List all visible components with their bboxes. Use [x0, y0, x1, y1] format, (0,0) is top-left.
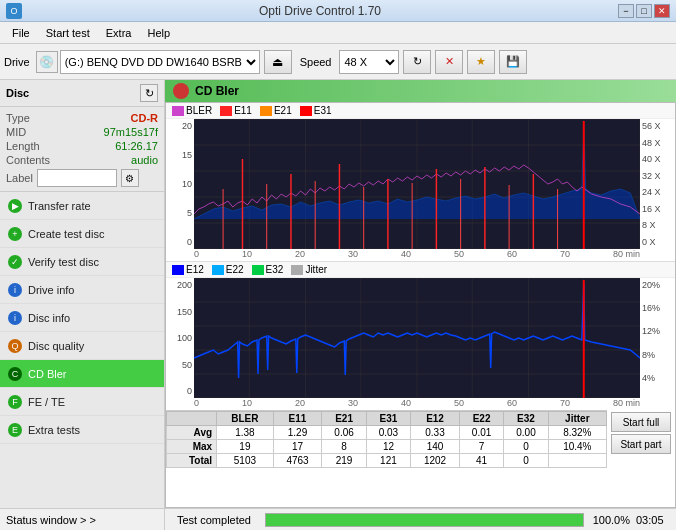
progress-bar-inner [266, 514, 583, 526]
y-right-8x: 8 X [642, 220, 673, 230]
fe-te-label: FE / TE [28, 396, 65, 408]
minimize-button[interactable]: − [618, 4, 634, 18]
total-e31: 121 [366, 454, 410, 468]
y-right-8p: 8% [642, 350, 673, 360]
content-area: CD Bler BLER E11 E21 E [165, 80, 676, 508]
bottom-chart-svg [194, 278, 640, 398]
sidebar-item-extra-tests[interactable]: E Extra tests [0, 416, 164, 444]
status-text: Test completed [169, 514, 259, 526]
toolbar: Drive 💿 (G:) BENQ DVD DD DW1640 BSRB ⏏ S… [0, 44, 676, 80]
table-buttons: Start full Start part [607, 410, 675, 468]
max-e12: 140 [411, 440, 460, 454]
x-80min: 80 min [613, 249, 640, 259]
y-right-16p: 16% [642, 303, 673, 313]
row-label-max: Max [167, 440, 217, 454]
disc-quality-icon: Q [8, 339, 22, 353]
eject-icon: ⏏ [272, 55, 283, 69]
info-button[interactable]: ★ [467, 50, 495, 74]
y-right-24x: 24 X [642, 187, 673, 197]
col-header-e32: E32 [504, 412, 548, 426]
avg-bler: 1.38 [217, 426, 274, 440]
max-e21: 8 [322, 440, 366, 454]
save-button[interactable]: 💾 [499, 50, 527, 74]
disc-refresh-button[interactable]: ↻ [140, 84, 158, 102]
charts-wrapper: BLER E11 E21 E31 20 15 [165, 102, 676, 508]
start-part-button[interactable]: Start part [611, 434, 671, 454]
jitter-label: Jitter [305, 264, 327, 275]
eject-button[interactable]: ⏏ [264, 50, 292, 74]
cd-bler-label: CD Bler [28, 368, 67, 380]
col-header-e22: E22 [459, 412, 503, 426]
app-icon: O [6, 3, 22, 19]
drive-select[interactable]: (G:) BENQ DVD DD DW1640 BSRB [60, 50, 260, 74]
start-full-button[interactable]: Start full [611, 412, 671, 432]
xb-70: 70 [560, 398, 570, 408]
xb-10: 10 [242, 398, 252, 408]
col-header-e12: E12 [411, 412, 460, 426]
sidebar-item-transfer-rate[interactable]: ▶ Transfer rate [0, 192, 164, 220]
sidebar-item-cd-bler[interactable]: C CD Bler [0, 360, 164, 388]
chart-title-text: CD Bler [195, 84, 239, 98]
y-bot-150: 150 [168, 307, 192, 317]
avg-e22: 0.01 [459, 426, 503, 440]
progress-label: 100.0% [590, 514, 630, 526]
legend-top: BLER E11 E21 E31 [166, 103, 675, 119]
bottom-chart: 200 150 100 50 0 [166, 278, 675, 398]
sidebar-item-disc-info[interactable]: i Disc info [0, 304, 164, 332]
time-label: 03:05 [636, 514, 672, 526]
e11-color [220, 106, 232, 116]
refresh-button[interactable]: ↻ [403, 50, 431, 74]
save-icon: 💾 [506, 55, 520, 68]
max-e32: 0 [504, 440, 548, 454]
y-axis-right-bottom: 20% 16% 12% 8% 4% [640, 278, 675, 398]
type-value: CD-R [131, 112, 159, 124]
x-0: 0 [194, 249, 199, 259]
e31-label: E31 [314, 105, 332, 116]
total-e22: 41 [459, 454, 503, 468]
restore-button[interactable]: □ [636, 4, 652, 18]
y-bot-100: 100 [168, 333, 192, 343]
xb-80min: 80 min [613, 398, 640, 408]
top-chart-plot [194, 119, 640, 249]
sidebar-item-verify-test-disc[interactable]: ✓ Verify test disc [0, 248, 164, 276]
y-right-0x: 0 X [642, 237, 673, 247]
progress-container: Test completed 100.0% 03:05 [165, 513, 676, 527]
y-axis-right-top: 56 X 48 X 40 X 32 X 24 X 16 X 8 X 0 X [640, 119, 675, 249]
legend-jitter: Jitter [291, 264, 327, 275]
col-header-e11: E11 [273, 412, 322, 426]
xb-0: 0 [194, 398, 199, 408]
status-window-button[interactable]: Status window > > [0, 509, 165, 531]
total-e32: 0 [504, 454, 548, 468]
close-button[interactable]: ✕ [654, 4, 670, 18]
menu-file[interactable]: File [4, 25, 38, 41]
clear-icon: ✕ [445, 55, 454, 68]
menu-start-test[interactable]: Start test [38, 25, 98, 41]
sidebar-item-create-test-disc[interactable]: + Create test disc [0, 220, 164, 248]
col-header-e31: E31 [366, 412, 410, 426]
y-axis-left-bottom: 200 150 100 50 0 [166, 278, 194, 398]
sidebar-item-fe-te[interactable]: F FE / TE [0, 388, 164, 416]
total-e11: 4763 [273, 454, 322, 468]
menu-help[interactable]: Help [139, 25, 178, 41]
label-input[interactable] [37, 169, 117, 187]
top-chart-svg [194, 119, 640, 249]
clear-button[interactable]: ✕ [435, 50, 463, 74]
bler-color [172, 106, 184, 116]
sidebar-item-disc-quality[interactable]: Q Disc quality [0, 332, 164, 360]
contents-value: audio [131, 154, 158, 166]
legend-e22: E22 [212, 264, 244, 275]
avg-e11: 1.29 [273, 426, 322, 440]
speed-select[interactable]: 48 X [339, 50, 399, 74]
sidebar-item-drive-info[interactable]: i Drive info [0, 276, 164, 304]
col-header-jitter: Jitter [548, 412, 606, 426]
menu-bar: File Start test Extra Help [0, 22, 676, 44]
create-test-icon: + [8, 227, 22, 241]
label-edit-button[interactable]: ⚙ [121, 169, 139, 187]
length-value: 61:26.17 [115, 140, 158, 152]
e12-color [172, 265, 184, 275]
fe-te-icon: F [8, 395, 22, 409]
e21-color [260, 106, 272, 116]
menu-extra[interactable]: Extra [98, 25, 140, 41]
col-header-e21: E21 [322, 412, 366, 426]
info-icon: ★ [476, 55, 486, 68]
